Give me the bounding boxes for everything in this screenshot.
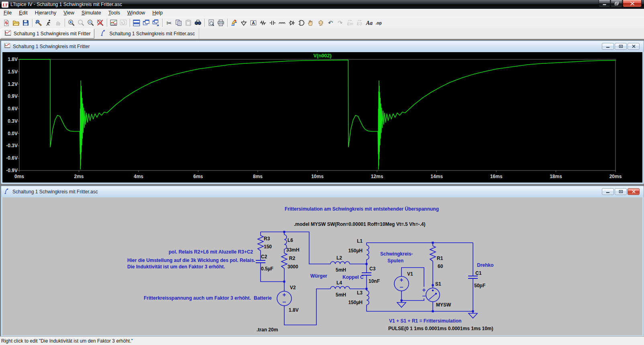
directive-model[interactable]: .model MYSW SW(Ron=0.00001 Roff=10Meg Vt… [294, 221, 425, 227]
comment-fritter-sum[interactable]: V1 + S1 + R1 = Frittersimulation [389, 318, 461, 324]
directive-pulse[interactable]: PULSE(0 1 1ms 0.0001ms 0.0001ms 1ms 10m) [388, 326, 493, 331]
close-button[interactable] [623, 0, 642, 7]
capacitor-icon[interactable] [268, 18, 277, 28]
component-l2[interactable]: L25mH [336, 255, 346, 273]
rotate-icon: E3 [355, 18, 364, 28]
component-r1[interactable]: R160 [437, 256, 443, 269]
autorange-icon[interactable] [109, 18, 118, 28]
comment-fritterkreis[interactable]: Fritterkreisspannung auch um Faktor 3 er… [144, 295, 251, 301]
save-icon[interactable] [21, 18, 31, 28]
svg-text:1.8V: 1.8V [289, 307, 299, 313]
sch-minimize-button[interactable] [602, 188, 614, 195]
component-l3[interactable]: L3150µH [348, 290, 363, 305]
component-l1[interactable]: L1150µH [348, 238, 363, 254]
menu-window[interactable]: Window [124, 9, 149, 17]
diode-icon[interactable] [287, 18, 297, 28]
comment-drehko[interactable]: Drehko [477, 262, 493, 268]
find-icon[interactable] [193, 18, 203, 28]
menu-hierarchy[interactable]: Hierarchy [31, 9, 60, 17]
directive-tran[interactable]: .tran 20m [257, 327, 278, 333]
comment-title[interactable]: Frittersimulation am Schwingkreis mit en… [285, 206, 439, 212]
tab-waveform[interactable]: Schaltung 1 Schwingkreis mit Fritter [0, 28, 94, 39]
cascade-icon[interactable] [151, 18, 161, 28]
tile-vertical-icon[interactable] [141, 18, 151, 28]
inductor-icon[interactable] [277, 18, 287, 28]
component-icon[interactable] [297, 18, 306, 28]
copy-icon[interactable] [174, 18, 183, 28]
menu-view[interactable]: View [60, 9, 78, 17]
wave-restore-button[interactable] [615, 43, 627, 50]
component-r2[interactable]: R23000 [287, 256, 298, 270]
undo-icon[interactable]: ↶ [326, 18, 335, 28]
status-text: Right click to edit "Die Induktivität is… [1, 338, 133, 344]
component-v1[interactable]: V1 [407, 271, 413, 277]
svg-text:E3: E3 [357, 22, 362, 26]
component-v2[interactable]: V21.8V [289, 285, 299, 313]
svg-text:L3: L3 [357, 290, 363, 296]
drag-icon[interactable] [316, 18, 326, 28]
waveform-plot[interactable]: V(n002) 1.8V1.5V1.2V0.9V0.6V0.3V0.0V-0.3… [2, 52, 642, 183]
component-s1[interactable]: S1MYSW [435, 281, 451, 308]
zoom-fit-icon[interactable] [96, 18, 105, 28]
text-tool-icon[interactable]: Aa [364, 18, 374, 28]
y-axis-label: 0.6V [2, 106, 18, 112]
comment-wuerger[interactable]: Würger [310, 273, 327, 279]
print-icon[interactable] [216, 18, 226, 28]
resistor-icon[interactable] [258, 18, 268, 28]
wave-minimize-button[interactable] [602, 43, 614, 50]
control-panel-icon[interactable] [34, 18, 44, 28]
component-l6[interactable]: L633mH [286, 237, 300, 253]
component-c1[interactable]: C150pF [474, 270, 485, 288]
wave-close-button[interactable] [628, 43, 640, 50]
waveform-window-titlebar[interactable]: Schaltung 1 Schwingkreis mit Fritter [1, 41, 644, 52]
comment-schwingkreis-1[interactable]: Schwingkreis- [380, 251, 413, 257]
schematic-window-titlebar[interactable]: Schaltung 1 Schwingkreis mit Fritter.asc [1, 186, 644, 197]
ground-icon[interactable] [239, 18, 249, 28]
comment-umstellung[interactable]: Hier die Umstellung auf die 3k Wicklung … [127, 258, 255, 263]
svg-text:V1: V1 [407, 271, 413, 277]
comment-koppel-c[interactable]: Koppel C [342, 274, 364, 280]
run-icon[interactable] [44, 18, 53, 28]
menu-simulate[interactable]: Simulate [78, 9, 105, 17]
trace-legend[interactable]: V(n002) [2, 53, 642, 59]
svg-text:3000: 3000 [287, 264, 298, 270]
component-r3[interactable]: R3150 [264, 236, 272, 250]
tab-schematic-label: Schaltung 1 Schwingkreis mit Fritter.asc [109, 31, 195, 37]
schematic-canvas[interactable]: R3150 C20.5µF L633mH R23000 V21.8V L25mH… [2, 197, 642, 335]
menu-help[interactable]: Help [149, 9, 166, 17]
spice-directive-icon[interactable]: .op [374, 18, 383, 28]
comment-pol-relais[interactable]: pol. Relais R2+L6 mit Aluzelle R3+C2 [169, 249, 253, 255]
window-titlebar[interactable]: LT LTspice IV - Schaltung 1 Schwingkreis… [0, 0, 644, 9]
component-l4[interactable]: L45mH [336, 280, 346, 298]
maximize-button[interactable] [611, 0, 622, 7]
svg-text:10nF: 10nF [369, 278, 380, 284]
x-axis-label: 10ms [306, 174, 330, 179]
comment-batterie[interactable]: Batterie [254, 295, 272, 301]
minimize-button[interactable] [599, 0, 610, 7]
tab-schematic[interactable]: Schaltung 1 Schwingkreis mit Fritter.asc [95, 28, 199, 39]
wire-icon[interactable] [229, 18, 239, 28]
sch-close-button[interactable] [628, 188, 640, 195]
zoom-out-icon[interactable] [86, 18, 96, 28]
x-axis-label: 2ms [67, 174, 91, 179]
schematic-window-title: Schaltung 1 Schwingkreis mit Fritter.asc [12, 189, 98, 195]
x-axis-label: 0ms [7, 174, 31, 179]
menu-file[interactable]: File [0, 9, 15, 17]
menu-edit[interactable]: Edit [15, 9, 31, 17]
menu-tools[interactable]: Tools [105, 9, 124, 17]
zoom-in-icon[interactable] [67, 18, 76, 28]
comment-induktivitaet[interactable]: Die Induktivität ist um den Faktor 3 erh… [127, 264, 225, 270]
open-icon[interactable] [11, 18, 21, 28]
label-icon[interactable]: A [249, 18, 258, 28]
ltspice-logo-icon: LT [2, 2, 8, 8]
print-preview-icon[interactable] [206, 18, 216, 28]
comment-schwingkreis-2[interactable]: Spulen [387, 258, 404, 264]
cut-icon[interactable]: ✂ [164, 18, 174, 28]
sch-restore-button[interactable] [615, 188, 627, 195]
tile-horizontal-icon[interactable] [132, 18, 141, 28]
x-axis-label: 6ms [186, 174, 210, 179]
move-icon[interactable] [306, 18, 316, 28]
new-schematic-icon[interactable] [2, 18, 11, 28]
schematic-tab-icon [100, 30, 107, 37]
inductor-l1-symbol [367, 245, 369, 260]
